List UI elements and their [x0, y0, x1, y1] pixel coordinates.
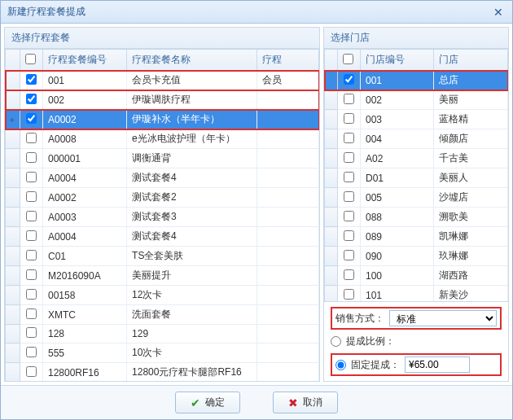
table-row[interactable]: A02千古美 — [325, 149, 508, 168]
row-checkbox[interactable] — [26, 347, 37, 357]
right-col-code[interactable]: 门店编号 — [361, 50, 434, 71]
right-grid[interactable]: 门店编号 门店 001总店002美丽003蓝格精004倾颜店A02千古美D01美… — [324, 49, 508, 301]
row-checkbox[interactable] — [344, 191, 354, 202]
row-checkbox[interactable] — [344, 211, 354, 221]
table-row[interactable]: 088溯歌美 — [325, 208, 508, 227]
table-row[interactable]: 001会员卡充值会员 — [6, 71, 319, 90]
row-check-cell[interactable] — [338, 266, 361, 286]
table-row[interactable]: 0015812次卡 — [6, 286, 319, 305]
row-check-cell[interactable] — [338, 188, 361, 208]
left-grid[interactable]: 疗程套餐编号 疗程套餐名称 疗程 001会员卡充值会员002伊璇调肤疗程A000… — [5, 49, 319, 381]
row-check-cell[interactable] — [20, 149, 43, 168]
row-check-cell[interactable] — [338, 90, 361, 110]
row-check-cell[interactable] — [338, 71, 361, 90]
row-check-cell[interactable] — [338, 149, 361, 168]
table-row[interactable]: 000001调衡通背 — [6, 149, 319, 168]
row-check-cell[interactable] — [338, 227, 361, 247]
table-row[interactable]: 004倾颜店 — [325, 129, 508, 149]
table-row[interactable]: C01TS全套美肤 — [6, 247, 319, 266]
row-checkbox[interactable] — [26, 172, 37, 182]
row-checkbox[interactable] — [26, 133, 37, 143]
table-row[interactable]: A0002测试套餐2 — [6, 188, 319, 208]
row-checkbox[interactable] — [344, 113, 354, 124]
ratio-radio[interactable] — [331, 336, 341, 347]
row-checkbox[interactable] — [26, 113, 37, 124]
row-checkbox[interactable] — [344, 94, 354, 104]
table-row[interactable]: 12800RF1612800元疗程卡腿部RF16 — [6, 363, 319, 382]
row-checkbox[interactable] — [344, 289, 354, 300]
row-check-cell[interactable] — [20, 208, 43, 227]
table-row[interactable]: 002伊璇调肤疗程 — [6, 90, 319, 110]
row-check-cell[interactable] — [20, 325, 43, 343]
left-check-all[interactable] — [20, 50, 43, 71]
row-checkbox[interactable] — [26, 94, 37, 104]
row-checkbox[interactable] — [26, 308, 37, 319]
row-check-cell[interactable] — [20, 168, 43, 188]
table-row[interactable]: A0004测试套餐4 — [6, 227, 319, 247]
left-col-name[interactable]: 疗程套餐名称 — [127, 50, 257, 71]
row-check-cell[interactable] — [20, 266, 43, 286]
table-row[interactable]: 090玖琳娜 — [325, 247, 508, 266]
row-checkbox[interactable] — [26, 269, 37, 280]
row-check-cell[interactable] — [20, 129, 43, 149]
right-check-all[interactable] — [338, 50, 361, 71]
row-checkbox[interactable] — [26, 327, 37, 338]
row-check-cell[interactable] — [20, 305, 43, 325]
row-checkbox[interactable] — [344, 269, 354, 280]
table-row[interactable]: 003蓝格精 — [325, 110, 508, 129]
table-row[interactable]: 100湖西路 — [325, 266, 508, 286]
left-col-extra[interactable]: 疗程 — [257, 50, 319, 71]
row-check-cell[interactable] — [338, 129, 361, 149]
row-check-cell[interactable] — [20, 90, 43, 110]
row-check-cell[interactable] — [20, 286, 43, 305]
table-row[interactable]: 55510次卡 — [6, 343, 319, 363]
table-row[interactable]: A0008e光冰电波护理（年卡） — [6, 129, 319, 149]
row-checkbox[interactable] — [344, 172, 354, 182]
row-checkbox[interactable] — [344, 152, 354, 163]
close-icon[interactable]: ✕ — [491, 5, 506, 20]
table-row[interactable]: 002美丽 — [325, 90, 508, 110]
left-col-code[interactable]: 疗程套餐编号 — [43, 50, 127, 71]
row-check-cell[interactable] — [20, 343, 43, 363]
table-row[interactable]: A0003测试套餐3 — [6, 208, 319, 227]
table-row[interactable]: XMTC洗面套餐 — [6, 305, 319, 325]
row-checkbox[interactable] — [344, 133, 354, 143]
table-row[interactable]: A0004测试套餐4 — [6, 168, 319, 188]
row-checkbox[interactable] — [26, 250, 37, 260]
table-row[interactable]: 089凯琳娜 — [325, 227, 508, 247]
table-row[interactable]: A0002伊璇补水（半年卡） — [6, 110, 319, 129]
row-check-cell[interactable] — [20, 188, 43, 208]
row-checkbox[interactable] — [344, 250, 354, 260]
row-check-cell[interactable] — [20, 71, 43, 90]
table-row[interactable]: D01美丽人 — [325, 168, 508, 188]
table-row[interactable]: 001总店 — [325, 71, 508, 90]
row-checkbox[interactable] — [26, 74, 37, 85]
row-check-cell[interactable] — [20, 227, 43, 247]
fixed-radio[interactable] — [335, 360, 346, 370]
fixed-input[interactable] — [405, 357, 470, 373]
row-checkbox[interactable] — [26, 211, 37, 221]
row-checkbox[interactable] — [26, 152, 37, 163]
row-check-cell[interactable] — [338, 208, 361, 227]
row-checkbox[interactable] — [26, 191, 37, 202]
row-checkbox[interactable] — [344, 230, 354, 241]
right-col-name[interactable]: 门店 — [434, 50, 508, 71]
sale-mode-select[interactable]: 标准 — [389, 310, 497, 326]
row-checkbox[interactable] — [26, 366, 37, 377]
cancel-button[interactable]: ✖ 取消 — [273, 392, 338, 413]
row-check-cell[interactable] — [338, 168, 361, 188]
table-row[interactable]: M2016090A美丽提升 — [6, 266, 319, 286]
table-row[interactable]: 128129 — [6, 325, 319, 343]
row-check-cell[interactable] — [20, 247, 43, 266]
table-row[interactable]: 005沙墟店 — [325, 188, 508, 208]
row-checkbox[interactable] — [26, 289, 37, 300]
row-check-cell[interactable] — [338, 286, 361, 302]
row-check-cell[interactable] — [338, 247, 361, 266]
table-row[interactable]: 101新美沙 — [325, 286, 508, 302]
row-checkbox[interactable] — [26, 230, 37, 241]
ok-button[interactable]: ✔ 确定 — [175, 392, 240, 413]
row-check-cell[interactable] — [338, 110, 361, 129]
row-check-cell[interactable] — [20, 363, 43, 382]
row-checkbox[interactable] — [344, 74, 354, 85]
row-check-cell[interactable] — [20, 110, 43, 129]
